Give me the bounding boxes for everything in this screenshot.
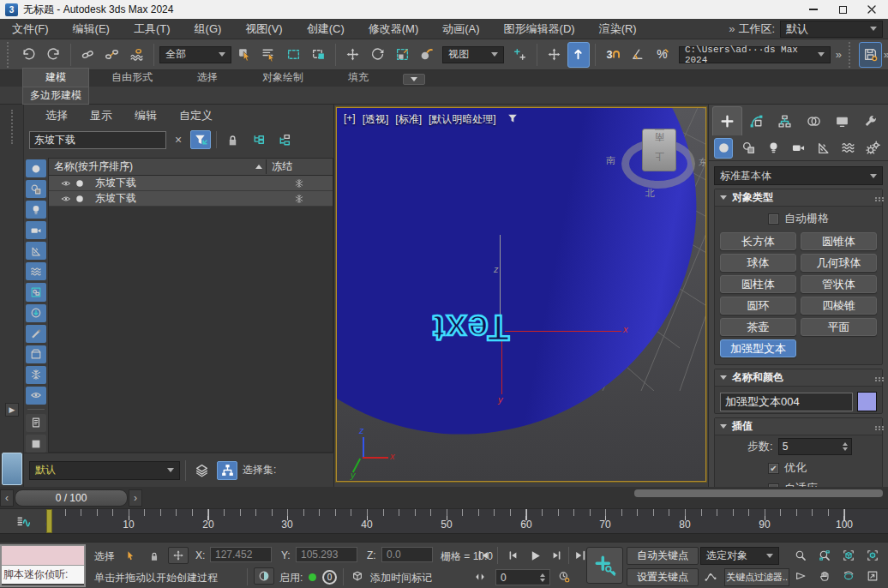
ribbon-tab-populate[interactable]: 填充 xyxy=(326,69,391,87)
cone-button[interactable]: 圆锥体 xyxy=(801,232,877,250)
menu-file[interactable]: 文件(F) xyxy=(0,19,61,39)
select-by-name-button[interactable] xyxy=(258,42,281,68)
freeze-snowflake-icon[interactable] xyxy=(294,194,304,204)
category-cameras-button[interactable] xyxy=(789,138,808,159)
bind-to-space-warp-button[interactable] xyxy=(125,42,148,68)
explorer-flyout-button[interactable]: ▶ xyxy=(5,403,19,417)
tab-hierarchy[interactable] xyxy=(771,106,799,135)
search-clear-button[interactable]: × xyxy=(171,133,185,147)
next-frame-button[interactable] xyxy=(547,547,567,564)
dock-drag-handle[interactable] xyxy=(11,110,13,144)
z-coordinate-field[interactable]: 0.0 xyxy=(381,547,433,562)
maxscript-mini-listener[interactable]: 脚本迷你侦听: xyxy=(0,544,86,587)
cylinder-button[interactable]: 圆柱体 xyxy=(720,275,796,293)
snap-toggle-3d-button[interactable] xyxy=(601,42,624,68)
tab-utilities[interactable] xyxy=(856,106,885,135)
add-time-tag-label[interactable]: 添加时间标记 xyxy=(370,571,432,585)
listener-macro-row[interactable] xyxy=(2,546,84,566)
category-geometry-button[interactable] xyxy=(714,138,733,159)
geosphere-button[interactable]: 几何球体 xyxy=(801,254,877,272)
viewport-standard-menu[interactable]: [标准] xyxy=(395,112,422,127)
mini-curve-editor-button[interactable] xyxy=(0,509,47,533)
category-systems-button[interactable] xyxy=(864,138,883,159)
tube-button[interactable]: 管状体 xyxy=(801,275,877,293)
geometry-category-dropdown[interactable]: 标准基本体 xyxy=(714,166,883,185)
viewcube-west-label[interactable]: 南 xyxy=(606,154,615,167)
workspace-dropdown[interactable]: 默认 xyxy=(780,21,883,38)
key-filters-button[interactable]: 关键点过滤器.. xyxy=(724,568,789,586)
listener-script-row[interactable]: 脚本迷你侦听: xyxy=(2,566,84,584)
set-keys-button[interactable] xyxy=(586,547,623,584)
category-shapes-button[interactable] xyxy=(739,138,758,159)
time-tag-cube-icon[interactable] xyxy=(347,567,368,585)
category-helpers-button[interactable] xyxy=(814,138,833,159)
isolate-count-button[interactable]: 0 xyxy=(322,570,337,585)
viewcube-face-front[interactable]: 上 xyxy=(655,143,664,171)
percent-snap-toggle-button[interactable] xyxy=(651,42,674,68)
name-color-rollout-header[interactable]: 名称和颜色 xyxy=(715,369,882,387)
undo-button[interactable] xyxy=(17,42,40,68)
toolbar-drag-handle[interactable] xyxy=(7,42,10,68)
selection-filter-dropdown[interactable]: 全部 xyxy=(159,46,231,63)
viewcube[interactable]: 南 上 南 东 北 xyxy=(609,123,704,202)
project-folder-dropdown[interactable]: C:\Users\ad···ds Max 2024 xyxy=(679,46,831,63)
filter-lights-button[interactable] xyxy=(26,201,46,219)
keyboard-shortcut-override-toggle[interactable] xyxy=(567,42,591,68)
lock-explorer-button[interactable] xyxy=(222,130,243,149)
select-and-move-button[interactable] xyxy=(341,42,364,68)
filter-geometry-button[interactable] xyxy=(26,159,46,177)
tab-motion[interactable] xyxy=(800,106,828,135)
zoom-extents-all-button[interactable] xyxy=(862,547,883,564)
select-and-rotate-button[interactable] xyxy=(366,42,389,68)
viewcube-face-top[interactable]: 南 xyxy=(655,129,664,143)
perspective-viewport[interactable]: [+] [透视] [标准] [默认明暗处理] z x y Text 南 上 南 … xyxy=(336,107,706,482)
ribbon-tab-modeling[interactable]: 建模 xyxy=(22,68,89,87)
close-button[interactable] xyxy=(857,0,886,19)
select-object-button[interactable] xyxy=(233,42,256,68)
filter-frozen-button[interactable] xyxy=(26,366,46,384)
search-filter-button[interactable] xyxy=(190,130,211,149)
plane-button[interactable]: 平面 xyxy=(801,318,877,336)
selection-lock-toggle[interactable] xyxy=(144,548,165,565)
menu-modifiers[interactable]: 修改器(M) xyxy=(357,19,431,39)
filter-xrefs-button[interactable] xyxy=(26,304,46,322)
layers-button[interactable] xyxy=(191,461,212,480)
menu-graph-editors[interactable]: 图形编辑器(D) xyxy=(492,19,587,39)
filter-cameras-button[interactable] xyxy=(26,221,46,239)
menu-views[interactable]: 视图(V) xyxy=(233,19,294,39)
viewcube-north-label[interactable]: 北 xyxy=(645,187,655,200)
filter-groups-button[interactable] xyxy=(26,283,46,301)
viewcube-cube[interactable]: 南 上 xyxy=(642,129,676,171)
explorer-menu-select[interactable]: 选择 xyxy=(45,108,68,123)
select-and-manipulate-button[interactable] xyxy=(415,42,438,68)
rectangular-selection-region-button[interactable] xyxy=(282,42,305,68)
toolbar-overflow-chevron[interactable]: » xyxy=(836,48,840,61)
pyramid-button[interactable]: 四棱锥 xyxy=(801,297,877,315)
text-plus-button[interactable]: 加强型文本 xyxy=(720,339,796,357)
filter-hidden-button[interactable] xyxy=(26,387,46,405)
named-selection-sets-dropdown[interactable]: 默认 xyxy=(29,461,180,480)
ribbon-tab-object-paint[interactable]: 对象绘制 xyxy=(240,69,326,87)
pan-view-button[interactable] xyxy=(814,567,835,585)
explorer-search-input[interactable]: 东坡下载 xyxy=(29,131,166,149)
minimize-button[interactable] xyxy=(799,0,828,19)
time-configuration-button[interactable] xyxy=(554,568,574,585)
filter-shapes-button[interactable] xyxy=(26,180,46,198)
blank-filter-button[interactable] xyxy=(26,435,46,453)
zoom-all-button[interactable] xyxy=(814,547,835,564)
current-frame-field[interactable]: 0 xyxy=(495,569,550,585)
select-and-link-button[interactable] xyxy=(76,42,99,68)
hierarchy-view-button[interactable] xyxy=(248,130,268,149)
menu-animation[interactable]: 动画(A) xyxy=(430,19,491,39)
table-row[interactable]: 东坡下载 xyxy=(49,176,333,191)
angle-snap-toggle-button[interactable] xyxy=(626,42,649,68)
track-bar-ruler[interactable]: 0 10 20 30 40 50 60 70 80 90 100 xyxy=(48,509,888,533)
visibility-eye-icon[interactable] xyxy=(61,194,71,204)
safe-scene-shield-button[interactable] xyxy=(254,567,274,585)
use-pivot-point-center-button[interactable] xyxy=(508,42,531,68)
snap-axis-constraint-button[interactable] xyxy=(543,42,566,68)
viewport-general-menu[interactable]: [+] xyxy=(344,112,356,127)
selection-set-tree-button[interactable] xyxy=(217,461,237,480)
panel-scrollbar[interactable] xyxy=(634,489,883,497)
sphere-button[interactable]: 球体 xyxy=(720,254,796,272)
